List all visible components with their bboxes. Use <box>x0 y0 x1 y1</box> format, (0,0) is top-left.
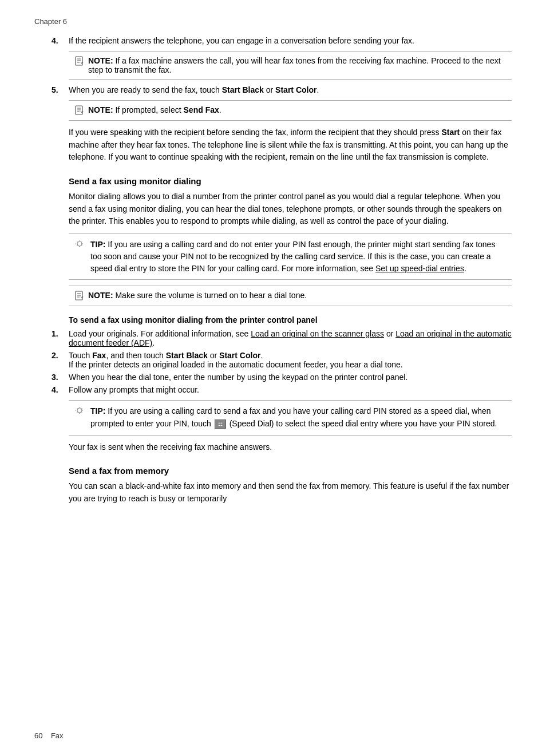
tip-icon-2 <box>74 406 85 418</box>
note-icon-1 <box>74 56 85 66</box>
list-item-4: 4. If the recipient answers the telephon… <box>34 36 512 45</box>
after-tip2-para: Your fax is sent when the receiving fax … <box>69 441 512 454</box>
note-2-text: If prompted, select Send Fax. <box>113 105 221 114</box>
tip-2-content: TIP: If you are using a calling card to … <box>90 405 506 430</box>
tip-1-link[interactable]: Set up speed-dial entries <box>375 264 464 273</box>
note-icon-2 <box>74 105 85 116</box>
link-scanner-glass[interactable]: Load an original on the scanner glass <box>251 329 384 338</box>
tip-1-content: TIP: If you are using a calling card and… <box>90 239 506 275</box>
note-1-label: NOTE: <box>88 56 113 65</box>
svg-line-28 <box>77 412 78 413</box>
tip-box-1: TIP: If you are using a calling card and… <box>69 233 512 280</box>
section2-heading: Send a fax from memory <box>69 466 512 476</box>
page: Chapter 6 4. If the recipient answers th… <box>0 0 546 756</box>
section1-para: Monitor dialing allows you to dial a num… <box>69 191 512 228</box>
note-3-text: Make sure the volume is turned on to hea… <box>113 291 307 300</box>
step-4-num: 4. <box>52 385 69 394</box>
step-4-text: Follow any prompts that might occur. <box>69 385 512 394</box>
note-3-content: NOTE: Make sure the volume is turned on … <box>88 291 307 300</box>
step-3-num: 3. <box>52 373 69 382</box>
step-3-text: When you hear the dial tone, enter the n… <box>69 373 512 382</box>
step-1: 1. Load your originals. For additional i… <box>34 329 512 347</box>
note-box-2: NOTE: If prompted, select Send Fax. <box>69 100 512 121</box>
step-1-text: Load your originals. For additional info… <box>69 329 512 347</box>
step-3: 3. When you hear the dial tone, enter th… <box>34 373 512 382</box>
speed-dial-icon: ☷ <box>215 419 226 429</box>
svg-line-29 <box>82 412 82 413</box>
step-1-num: 1. <box>52 329 69 347</box>
item-5-text: When you are ready to send the fax, touc… <box>69 85 512 94</box>
note-3-label: NOTE: <box>88 291 113 300</box>
section2-para: You can scan a black-and-white fax into … <box>69 480 512 505</box>
tip-1-text: If you are using a calling card and do n… <box>90 240 495 273</box>
item-4-num: 4. <box>52 36 69 45</box>
svg-line-16 <box>82 246 82 246</box>
tip-icon-1 <box>74 240 85 252</box>
note-2-label: NOTE: <box>88 105 113 114</box>
svg-line-13 <box>77 242 78 242</box>
para-after-note2: If you were speaking with the recipient … <box>69 126 512 164</box>
note-icon-3 <box>74 291 85 301</box>
step-2: 2. Touch Fax, and then touch Start Black… <box>34 351 512 369</box>
tip-1-label: TIP: <box>90 240 105 249</box>
note-2-content: NOTE: If prompted, select Send Fax. <box>88 105 221 114</box>
svg-line-15 <box>77 246 78 246</box>
note-box-1: NOTE: If a fax machine answers the call,… <box>69 51 512 80</box>
svg-line-14 <box>82 242 82 242</box>
page-footer: 60 Fax <box>34 731 64 740</box>
page-number: 60 <box>34 731 42 740</box>
svg-point-8 <box>77 242 82 246</box>
section1-heading: Send a fax using monitor dialing <box>69 176 512 186</box>
note-1-content: NOTE: If a fax machine answers the call,… <box>88 56 506 74</box>
note-1-text: If a fax machine answers the call, you w… <box>88 56 501 74</box>
svg-line-26 <box>77 408 78 409</box>
tip-2-label: TIP: <box>90 406 105 415</box>
svg-line-27 <box>82 408 82 409</box>
step-2-num: 2. <box>52 351 69 369</box>
step-2-text: Touch Fax, and then touch Start Black or… <box>69 351 512 369</box>
bold-start-black: Start Black <box>222 85 264 94</box>
tip-2-text: If you are using a calling card to send … <box>90 406 497 428</box>
svg-point-21 <box>77 408 82 413</box>
item-5-num: 5. <box>52 85 69 94</box>
note-box-3: NOTE: Make sure the volume is turned on … <box>69 286 512 306</box>
chapter-label: Chapter 6 <box>34 17 512 26</box>
step-4: 4. Follow any prompts that might occur. <box>34 385 512 394</box>
item-4-text: If the recipient answers the telephone, … <box>69 36 512 45</box>
sub-heading-1: To send a fax using monitor dialing from… <box>69 315 512 324</box>
tip-box-2: TIP: If you are using a calling card to … <box>69 400 512 435</box>
bold-start-color: Start Color <box>275 85 316 94</box>
list-item-5: 5. When you are ready to send the fax, t… <box>34 85 512 94</box>
bold-send-fax: Send Fax <box>184 105 219 114</box>
page-label: Fax <box>51 731 64 740</box>
